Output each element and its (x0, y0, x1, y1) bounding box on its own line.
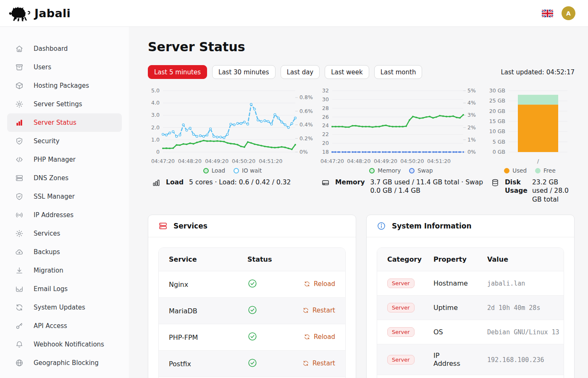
svg-text:2%: 2% (467, 124, 476, 131)
svg-text:04:48:20: 04:48:20 (178, 158, 202, 164)
sidebar-item-security[interactable]: Security (7, 132, 122, 150)
server-stack-icon (15, 174, 24, 182)
sidebar-item-api-access[interactable]: API Access (7, 317, 122, 335)
service-status-cell (237, 271, 292, 298)
service-status-cell (237, 351, 292, 377)
table-row-mariadb: MariaDBRestart (159, 298, 345, 324)
system-info-card-title: System Information (392, 222, 472, 230)
table-row-uptime: ServerUptime2d 10h 40m 28s (377, 296, 564, 320)
inbox-icon (15, 285, 24, 293)
sidebar-item-backups[interactable]: Backups (7, 243, 122, 261)
sidebar-item-dns-zones[interactable]: DNS Zones (7, 169, 122, 187)
sidebar-item-hosting-packages[interactable]: Hosting Packages (7, 76, 122, 95)
user-avatar[interactable]: A (562, 6, 575, 20)
range-button-last-5-minutes[interactable]: Last 5 minutes (148, 65, 207, 79)
sidebar-item-system-updates[interactable]: System Updates (7, 298, 122, 317)
load-chart-legend: LoadIO wait (148, 167, 317, 174)
page-title: Server Status (148, 39, 575, 54)
legend-item-used[interactable]: Used (504, 167, 527, 174)
sidebar-item-label: Users (34, 63, 51, 71)
sidebar-item-migration[interactable]: Migration (7, 261, 122, 280)
sidebar-item-php-manager[interactable]: PHP Manager (7, 150, 122, 169)
action-label: Restart (312, 360, 335, 367)
svg-text:30 GB: 30 GB (489, 87, 505, 94)
key-icon (15, 322, 24, 330)
sidebar-item-label: Hosting Packages (34, 82, 89, 89)
sidebar-item-server-status[interactable]: Server Status (7, 113, 122, 132)
disk-chart: 30 GB25 GB20 GB15 GB10 GB5 GB0 GB/UsedFr… (485, 86, 575, 174)
load-chart: 5.04.03.02.01.000.8%0.6%0.4%0.2%0%04:47:… (148, 86, 317, 174)
charts-row: 5.04.03.02.01.000.8%0.6%0.4%0.2%0%04:47:… (148, 86, 575, 174)
legend-item-swap[interactable]: Swap (409, 167, 433, 174)
range-button-last-week[interactable]: Last week (325, 65, 369, 79)
legend-dot-load (203, 168, 209, 173)
services-card-title: Services (173, 222, 207, 230)
svg-text:28: 28 (322, 105, 329, 111)
legend-item-memory[interactable]: Memory (369, 167, 401, 174)
sidebar-item-ssl-manager[interactable]: SSL Manager (7, 187, 122, 206)
svg-text:5 GB: 5 GB (493, 139, 505, 145)
value-text: jabali.lan (487, 280, 525, 287)
sidebar-item-email-logs[interactable]: Email Logs (7, 280, 122, 298)
svg-text:0: 0 (156, 149, 160, 155)
database-icon (491, 178, 499, 187)
sidebar-item-ip-addresses[interactable]: IP Addresses (7, 206, 122, 224)
action-restart-mariadb[interactable]: Restart (302, 307, 335, 314)
uk-flag-icon[interactable] (542, 10, 553, 17)
stat-label: Memory (335, 178, 365, 186)
sidebar-item-services[interactable]: Services (7, 224, 122, 243)
brand-logo[interactable]: Jabali (8, 5, 71, 22)
sidebar: DashboardUsersHosting PackagesServer Set… (0, 27, 129, 378)
column-header-service: Service (159, 248, 237, 271)
action-reload-php-fpm[interactable]: Reload (304, 333, 335, 341)
server-stack-icon (158, 221, 168, 231)
range-button-last-month[interactable]: Last month (374, 65, 423, 79)
system-info-card: System Information Category Property Val… (366, 215, 575, 378)
services-card-header: Services (148, 215, 356, 237)
legend-item-free[interactable]: Free (535, 167, 556, 174)
sidebar-nav: DashboardUsersHosting PackagesServer Set… (0, 39, 129, 372)
sidebar-item-users[interactable]: Users (7, 58, 122, 76)
system-info-card-body: Category Property Value ServerHostnameja… (367, 237, 574, 378)
svg-text:0%: 0% (299, 149, 308, 155)
action-restart-postfix[interactable]: Restart (302, 360, 335, 367)
services-card-body: Service Status NginxReloadMariaDBRestart… (148, 237, 356, 378)
hard-drive-icon (321, 178, 330, 187)
svg-text:/: / (537, 158, 539, 164)
service-name: Postfix (159, 351, 237, 377)
sidebar-item-label: SSL Manager (34, 193, 75, 200)
svg-text:18: 18 (322, 149, 329, 155)
memory-chart-plot: 32302826242220185%4%3%2%1%0%04:47:2004:4… (317, 86, 485, 166)
check-circle-icon (247, 305, 257, 315)
category-cell: Server (377, 296, 423, 320)
bar-chart-filled-icon (15, 118, 24, 127)
legend-item-load[interactable]: Load (203, 167, 225, 174)
services-table: Service Status NginxReloadMariaDBRestart… (159, 248, 345, 378)
brand-name: Jabali (34, 7, 71, 20)
cards-row: Services Service Status NginxReloadMaria… (148, 215, 575, 378)
sidebar-item-label: PHP Manager (34, 156, 76, 163)
sidebar-item-webhook-notifications[interactable]: Webhook Notifications (7, 335, 122, 354)
legend-item-io-wait[interactable]: IO wait (234, 167, 262, 174)
svg-text:2.0: 2.0 (151, 124, 160, 131)
globe-icon (15, 359, 24, 367)
column-header-status: Status (237, 248, 292, 271)
value-text: 192.168.100.236 (487, 356, 544, 364)
service-name: MariaDB (159, 298, 237, 324)
svg-text:32: 32 (322, 87, 329, 94)
sidebar-item-geographic-blocking[interactable]: Geographic Blocking (7, 354, 122, 372)
legend-label: Swap (417, 167, 433, 174)
load-chart-plot: 5.04.03.02.01.000.8%0.6%0.4%0.2%0%04:47:… (148, 86, 317, 166)
sidebar-item-server-settings[interactable]: Server Settings (7, 95, 122, 113)
legend-label: Memory (378, 167, 401, 174)
range-button-last-day[interactable]: Last day (281, 65, 320, 79)
svg-text:0.8%: 0.8% (299, 94, 313, 100)
action-reload-nginx[interactable]: Reload (304, 280, 335, 288)
boar-logo-icon (8, 5, 31, 22)
range-button-last-30-minutes[interactable]: Last 30 minutes (212, 65, 276, 79)
refresh-icon (15, 303, 24, 312)
stat-memory: Memory3.7 GB used / 11.4 GB total · Swap… (317, 178, 485, 204)
refresh-icon (304, 281, 310, 287)
sidebar-item-label: Security (34, 137, 60, 145)
sidebar-item-dashboard[interactable]: Dashboard (7, 39, 122, 58)
